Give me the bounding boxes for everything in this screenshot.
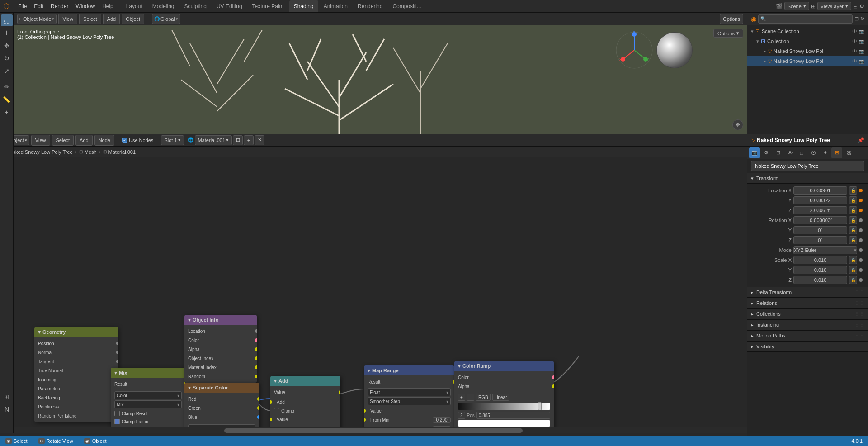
- props-view-icon[interactable]: 👁: [784, 147, 795, 158]
- tool-cursor[interactable]: ✛: [1, 27, 13, 39]
- motion-paths-header[interactable]: ▸ Motion Paths ⋮⋮: [747, 330, 868, 341]
- location-x-lock[interactable]: 🔒: [849, 186, 857, 195]
- camera-icon3[interactable]: 📷: [859, 49, 864, 54]
- from-min-value[interactable]: 0.200: [433, 417, 451, 423]
- eye-icon3[interactable]: 👁: [852, 48, 857, 54]
- view-layer-selector[interactable]: ViewLayer ▾: [817, 2, 851, 10]
- geometry-node[interactable]: ▾ Geometry Position Normal Tangent True …: [34, 327, 118, 422]
- color-ramp-gradient[interactable]: [458, 403, 550, 410]
- instancing-options-icon[interactable]: ⋮⋮: [854, 322, 864, 328]
- add-collapse-icon[interactable]: ▾: [274, 378, 277, 384]
- tool-measure[interactable]: 📏: [1, 94, 13, 105]
- tab-uv-editing[interactable]: UV Editing: [212, 0, 247, 12]
- props-output-icon[interactable]: ⊡: [773, 147, 783, 158]
- scale-y-field[interactable]: 0.010: [793, 266, 847, 274]
- browse-material-btn[interactable]: ⊡: [233, 135, 243, 145]
- cr-color-picker-bar[interactable]: [458, 420, 550, 427]
- scale-y-lock[interactable]: 🔒: [849, 266, 857, 274]
- mr-interp-field[interactable]: Smoother Step ▾: [368, 397, 451, 405]
- props-particles-icon[interactable]: ✦: [820, 147, 830, 158]
- objectinfo-collapse-icon[interactable]: ▾: [188, 317, 191, 323]
- shader-node-btn[interactable]: Node: [94, 135, 114, 146]
- menu-edit[interactable]: Edit: [30, 0, 47, 13]
- toolbar-mode-selector[interactable]: □ Object Mode ▾: [17, 14, 57, 24]
- color-ramp-node[interactable]: ▾ Color Ramp Color Alpha + - R: [454, 361, 554, 433]
- navigate-icon[interactable]: ✥: [732, 119, 743, 130]
- outliner-collection[interactable]: ▾ ⊡ Collection 👁 📷: [747, 36, 868, 46]
- delta-transform-header[interactable]: ▸ Delta Transform ⋮⋮: [747, 287, 868, 298]
- tool-move[interactable]: ✥: [1, 40, 13, 52]
- outliner-obj-2[interactable]: ▸ ▽ Naked Snowy Low Pol 👁 📷: [747, 56, 868, 66]
- cr-add-stop[interactable]: +: [458, 394, 465, 401]
- outliner-scene-collection[interactable]: ▾ ⊡ Scene Collection 👁 📷: [747, 26, 868, 36]
- add-btn[interactable]: Add: [103, 14, 120, 24]
- tool-scale[interactable]: ⤢: [1, 65, 13, 77]
- props-scene-icon[interactable]: 📷: [749, 147, 760, 158]
- cr-rgb-selector[interactable]: RGB: [476, 394, 491, 401]
- use-nodes-toggle[interactable]: ✓ Use Nodes: [122, 138, 153, 143]
- rotation-y-field[interactable]: 0°: [793, 226, 847, 234]
- menu-window[interactable]: Window: [72, 0, 99, 13]
- cr-stop-pos-value[interactable]: 0.885: [476, 412, 550, 419]
- colorramp-collapse-icon[interactable]: ▾: [458, 363, 461, 369]
- filter-icon[interactable]: ⊟: [853, 3, 858, 9]
- tool-n-panel[interactable]: N: [1, 403, 13, 415]
- settings-icon[interactable]: ⚙: [859, 3, 864, 9]
- rotation-x-lock[interactable]: 🔒: [849, 216, 857, 224]
- instancing-header[interactable]: ▸ Instancing ⋮⋮: [747, 319, 868, 330]
- tab-sculpting[interactable]: Sculpting: [180, 0, 211, 12]
- mix-color-field[interactable]: Color ▾: [114, 391, 182, 399]
- collections-header[interactable]: ▸ Collections ⋮⋮: [747, 308, 868, 319]
- tab-compositing[interactable]: Compositi...: [388, 0, 425, 12]
- outliner-obj-1[interactable]: ▸ ▽ Naked Snowy Low Pol 👁 📷: [747, 46, 868, 56]
- eye-icon[interactable]: 👁: [852, 28, 857, 34]
- tool-rotate[interactable]: ↻: [1, 52, 13, 64]
- rotation-mode-field[interactable]: XYZ Euler ▾: [793, 246, 857, 254]
- props-physics-icon[interactable]: ⦿: [808, 147, 819, 158]
- tab-texture-paint[interactable]: Texture Paint: [248, 0, 288, 12]
- select-btn[interactable]: Select: [79, 14, 101, 24]
- menu-file[interactable]: File: [14, 0, 30, 13]
- delta-options-icon[interactable]: ⋮⋮: [854, 289, 864, 295]
- clamp-result-checkbox[interactable]: [114, 411, 120, 416]
- delete-material-btn[interactable]: ✕: [255, 135, 264, 145]
- props-object-props-icon[interactable]: ⊞: [831, 147, 842, 158]
- clamp-checkbox[interactable]: [274, 408, 279, 413]
- options-btn[interactable]: Options: [720, 14, 743, 24]
- shader-node-canvas[interactable]: ▾ Geometry Position Normal Tangent True …: [0, 157, 747, 433]
- transform-section-header[interactable]: ▾ Transform: [747, 173, 868, 184]
- slot-selector[interactable]: Slot 1 ▾: [161, 135, 184, 145]
- scale-z-lock[interactable]: 🔒: [849, 276, 857, 284]
- props-pin-icon[interactable]: 📌: [858, 137, 864, 143]
- view-btn[interactable]: View: [58, 14, 77, 24]
- orientation-gizmo[interactable]: Z X Y: [614, 30, 655, 71]
- tool-add[interactable]: +: [1, 106, 13, 118]
- viewport-options-btn[interactable]: Options ▾: [713, 29, 743, 38]
- motion-paths-options-icon[interactable]: ⋮⋮: [854, 333, 864, 339]
- tab-layout[interactable]: Layout: [122, 0, 147, 12]
- object-name-input[interactable]: Naked Snowy Low Poly Tree: [751, 161, 864, 171]
- relations-options-icon[interactable]: ⋮⋮: [854, 300, 864, 306]
- location-z-lock[interactable]: 🔒: [849, 206, 857, 214]
- visibility-header[interactable]: ▸ Visibility ⋮⋮: [747, 341, 868, 352]
- geometry-collapse-icon[interactable]: ▾: [38, 329, 41, 335]
- mix-collapse-icon[interactable]: ▾: [114, 370, 117, 376]
- new-material-btn[interactable]: +: [244, 135, 254, 145]
- scroll-thumb[interactable]: [224, 428, 523, 433]
- location-z-field[interactable]: 2.0306 m: [793, 206, 847, 214]
- mix-blend-mode[interactable]: Mix ▾: [114, 400, 182, 408]
- collections-options-icon[interactable]: ⋮⋮: [854, 311, 864, 317]
- relations-header[interactable]: ▸ Relations ⋮⋮: [747, 298, 868, 308]
- add-node[interactable]: ▾ Add Value Add Clamp: [270, 376, 340, 433]
- sync-icon[interactable]: ↻: [860, 16, 864, 22]
- props-constraint-icon[interactable]: ⛓: [843, 147, 854, 158]
- rotation-y-lock[interactable]: 🔒: [849, 226, 857, 234]
- outliner-search[interactable]: 🔍: [758, 14, 853, 24]
- menu-help[interactable]: Help: [99, 0, 117, 13]
- object-btn[interactable]: Object: [122, 14, 144, 24]
- camera-icon4[interactable]: 📷: [859, 59, 864, 64]
- scene-selector[interactable]: Scene ▾: [784, 2, 809, 10]
- visibility-options-icon[interactable]: ⋮⋮: [854, 344, 864, 350]
- ramp-stop-pos[interactable]: [538, 402, 542, 410]
- rotation-x-field[interactable]: -0.000003°: [793, 216, 847, 224]
